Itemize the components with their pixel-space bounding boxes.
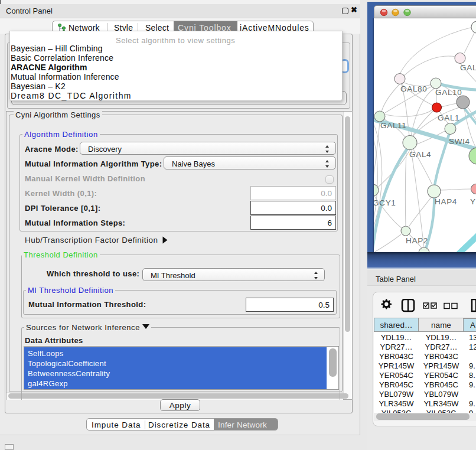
svg-text:GCY1: GCY1	[374, 198, 396, 207]
svg-text:GAL80: GAL80	[400, 84, 428, 93]
svg-text:GAL4: GAL4	[409, 150, 431, 159]
svg-text:HAP2: HAP2	[406, 236, 428, 245]
svg-text:GAL11: GAL11	[380, 121, 407, 130]
svg-text:GAL: GAL	[460, 63, 476, 72]
svg-text:GAL1: GAL1	[438, 113, 459, 122]
svg-text:Y: Y	[470, 197, 476, 206]
svg-text:SWI4: SWI4	[449, 137, 470, 146]
svg-text:GAL10: GAL10	[435, 88, 462, 97]
svg-text:HAP4: HAP4	[435, 197, 457, 206]
